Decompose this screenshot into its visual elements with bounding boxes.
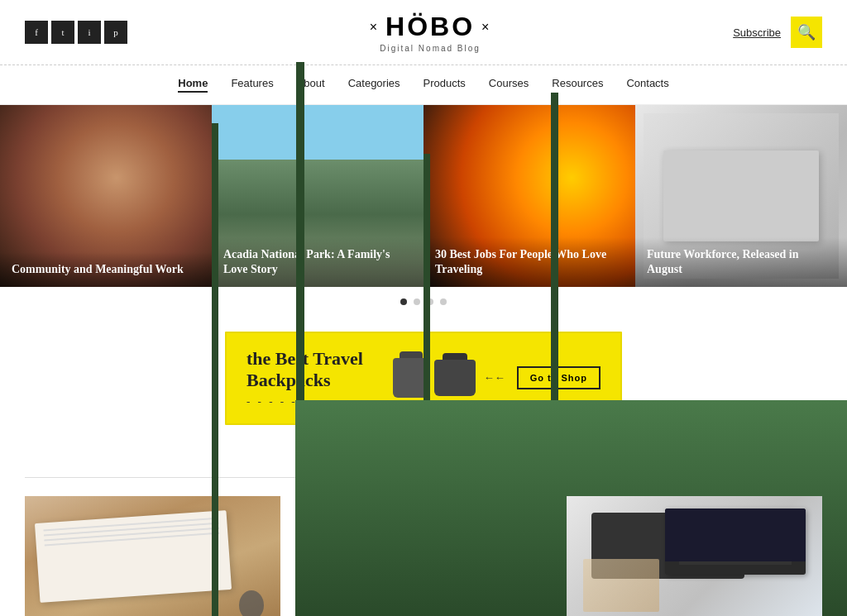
blog-card-1[interactable]: Productivity xyxy=(25,496,280,616)
twitter-icon[interactable]: t xyxy=(51,21,74,44)
main-nav: Home Features About Categories Products … xyxy=(0,65,847,105)
nav-categories[interactable]: Categories xyxy=(348,77,400,93)
section-line-left xyxy=(25,477,323,478)
hero-slide-4[interactable]: Future Workforce, Released in August xyxy=(635,105,847,287)
shop-button[interactable]: Go to Shop xyxy=(517,366,601,389)
hero-slide-2[interactable]: Acadia National Park: A Family's Love St… xyxy=(212,105,424,287)
blog-image-1 xyxy=(25,496,280,616)
nav-resources[interactable]: Resources xyxy=(552,77,603,93)
instagram-icon[interactable]: i xyxy=(78,21,101,44)
forest-scene-image xyxy=(295,496,551,616)
nav-contacts[interactable]: Contacts xyxy=(626,77,668,93)
blog-card-2[interactable]: Productivity xyxy=(295,496,551,616)
header-right: Subscribe 🔍 xyxy=(733,17,822,48)
hero-overlay-1: Community and Meaningful Work xyxy=(0,252,212,287)
logo-x-right: × xyxy=(481,20,490,35)
hero-title-2: Acadia National Park: A Family's Love St… xyxy=(223,247,412,277)
hero-overlay-4: Future Workforce, Released in August xyxy=(635,237,847,287)
hero-title-3: 30 Best Jobs For People Who Love Traveli… xyxy=(435,247,624,277)
logo-subtitle: Digital Nomad Blog xyxy=(370,44,491,53)
nav-home[interactable]: Home xyxy=(178,77,208,93)
laptop-scene-image xyxy=(567,496,822,616)
dot-4[interactable] xyxy=(440,298,447,305)
blog-image-2 xyxy=(295,496,551,616)
dot-1[interactable] xyxy=(400,298,407,305)
blog-image-3 xyxy=(567,496,822,616)
header: f t i p × HÖBO × Digital Nomad Blog Subs… xyxy=(0,0,847,65)
logo-text: HÖBO xyxy=(385,12,475,42)
hero-title-1: Community and Meaningful Work xyxy=(12,262,200,277)
hero-slide-1[interactable]: Community and Meaningful Work xyxy=(0,105,212,287)
hero-slide-3[interactable]: 30 Best Jobs For People Who Love Traveli… xyxy=(424,105,635,287)
dot-2[interactable] xyxy=(414,298,420,305)
social-icons: f t i p xyxy=(25,21,127,44)
search-button[interactable]: 🔍 xyxy=(791,17,822,48)
logo-x-left: × xyxy=(370,20,379,35)
hero-title-4: Future Workforce, Released in August xyxy=(647,247,835,277)
search-icon: 🔍 xyxy=(797,23,816,41)
book-scene-image xyxy=(25,496,280,616)
logo-title: × HÖBO × xyxy=(370,12,491,42)
arrow-icon: ←← xyxy=(484,371,505,384)
logo: × HÖBO × Digital Nomad Blog xyxy=(370,12,491,53)
blog-grid: Productivity Productivity Goal Setti xyxy=(0,496,847,616)
pinterest-icon[interactable]: p xyxy=(104,21,127,44)
nav-courses[interactable]: Courses xyxy=(489,77,529,93)
subscribe-link[interactable]: Subscribe xyxy=(733,26,781,39)
banner-bags xyxy=(393,358,476,398)
nav-features[interactable]: Features xyxy=(231,77,273,93)
blog-card-3[interactable]: Goal Setting Productivity xyxy=(567,496,822,616)
bag-2 xyxy=(434,360,476,396)
facebook-icon[interactable]: f xyxy=(25,21,48,44)
hero-overlay-2: Acadia National Park: A Family's Love St… xyxy=(212,237,424,287)
banner-cta: ←← Go to Shop xyxy=(484,366,601,389)
banner-text: the Best Travel Backpacks xyxy=(246,348,363,390)
hero-overlay-3: 30 Best Jobs For People Who Love Traveli… xyxy=(424,237,635,287)
nav-products[interactable]: Products xyxy=(424,77,466,93)
